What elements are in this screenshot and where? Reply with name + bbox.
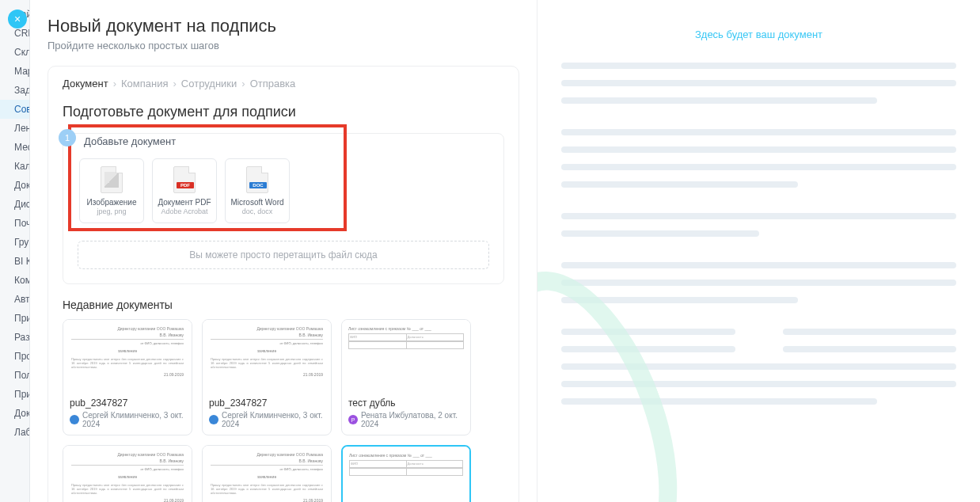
main-panel: Новый документ на подпись Пройдите неско…: [30, 0, 537, 502]
sidebar-item[interactable]: Календарь: [0, 157, 29, 176]
skeleton-line: [783, 346, 957, 352]
recent-doc-card[interactable]: Лист ознакомления с приказом № ___ от __…: [341, 319, 471, 435]
skeleton-line: [561, 213, 956, 219]
skeleton-line: [561, 80, 956, 86]
sidebar-item[interactable]: Компания: [0, 271, 29, 290]
image-file-icon: [101, 166, 123, 193]
breadcrumb-item[interactable]: Отправка: [250, 78, 296, 89]
skeleton-line: [561, 398, 877, 405]
skeleton-line: [561, 129, 956, 135]
sidebar-item[interactable]: Совместная работа: [0, 100, 29, 119]
section-title: Подготовьте документ для подписи: [63, 104, 504, 120]
breadcrumb-item[interactable]: Компания: [121, 78, 169, 89]
recent-title: Недавние документы: [63, 299, 504, 311]
upload-type-sub: doc, docx: [242, 207, 273, 215]
skeleton-line: [783, 329, 957, 335]
doc-thumbnail: Директору компании ООО РомашкаВ.В. Ивано…: [203, 446, 331, 502]
sidebar-item[interactable]: Пользователи: [0, 366, 29, 385]
doc-author: Сергей Климинченко, 3 окт. 2024: [209, 411, 325, 428]
skeleton-line: [561, 230, 759, 237]
skeleton-line: [561, 181, 798, 188]
sidebar-item[interactable]: Мессенджер: [0, 138, 29, 157]
doc-thumbnail: Лист ознакомления с приказом № ___ от __…: [342, 320, 470, 393]
drop-zone[interactable]: Вы можете просто перетащить файл сюда: [78, 241, 489, 269]
doc-file-icon: DOC: [246, 166, 268, 193]
sidebar: СайтыCRMСкладМаркетингЗадачиСовместная р…: [0, 0, 30, 502]
doc-thumbnail: Лист ознакомления с приказом № ___ от __…: [343, 447, 469, 502]
chevron-right-icon: ›: [173, 78, 177, 89]
upload-type-pdf[interactable]: PDFДокумент PDFAdobe Acrobat: [152, 158, 217, 223]
breadcrumb-item: Документ: [63, 78, 108, 89]
pdf-file-icon: PDF: [173, 166, 196, 193]
upload-type-sub: Adobe Acrobat: [161, 207, 207, 215]
upload-type-sub: jpeg, png: [97, 207, 126, 215]
recent-doc-card[interactable]: Директору компании ООО РомашкаВ.В. Ивано…: [202, 319, 332, 435]
skeleton-line: [561, 280, 956, 286]
doc-name: тест дубль: [348, 397, 464, 409]
sidebar-item[interactable]: Автоматизация: [0, 290, 29, 309]
doc-thumbnail: Директору компании ООО РомашкаВ.В. Ивано…: [63, 320, 192, 393]
sidebar-item[interactable]: Приложения: [0, 309, 29, 328]
avatar: Р: [348, 415, 358, 424]
upload-type-image[interactable]: Изображениеjpeg, png: [79, 158, 144, 223]
sidebar-item[interactable]: Документы: [0, 176, 29, 195]
skeleton-line: [561, 164, 956, 170]
chevron-right-icon: ›: [241, 78, 245, 89]
doc-name: pub_2347827: [209, 397, 325, 409]
sidebar-item[interactable]: Почта: [0, 214, 29, 233]
avatar: [70, 415, 79, 424]
skeleton-line: [561, 262, 956, 268]
upload-type-label: Изображение: [87, 198, 137, 207]
breadcrumb: Документ›Компания›Сотрудники›Отправка: [63, 78, 504, 89]
skeleton-line: [561, 346, 735, 352]
sidebar-item[interactable]: Приглашения: [0, 385, 29, 404]
step-panel: 1 Добавьте документ Изображениеjpeg, png…: [63, 133, 504, 284]
sidebar-item[interactable]: Склад: [0, 43, 29, 62]
page-subtitle: Пройдите несколько простых шагов: [47, 40, 519, 51]
sidebar-item[interactable]: Процессы: [0, 347, 29, 366]
upload-type-label: Документ PDF: [158, 198, 211, 207]
sidebar-item[interactable]: Разработка: [0, 328, 29, 347]
skeleton-line: [561, 146, 956, 153]
skeleton-line: [561, 63, 956, 69]
close-button[interactable]: ×: [8, 10, 27, 29]
sidebar-item[interactable]: Лента: [0, 119, 29, 138]
doc-name: pub_2347827: [70, 397, 185, 409]
recent-doc-card[interactable]: Лист ознакомления с приказом № ___ от __…: [341, 445, 471, 502]
avatar: [209, 415, 218, 424]
sidebar-item[interactable]: Группы: [0, 233, 29, 252]
breadcrumb-item[interactable]: Сотрудники: [181, 78, 237, 89]
sidebar-item[interactable]: Маркетинг: [0, 62, 29, 81]
doc-author: Сергей Климинченко, 3 окт. 2024: [70, 411, 185, 428]
recent-doc-card[interactable]: Директору компании ООО РомашкаВ.В. Ивано…: [202, 445, 332, 502]
step-number-badge: 1: [59, 129, 76, 146]
skeleton-line: [561, 297, 798, 303]
doc-thumbnail: Директору компании ООО РомашкаВ.В. Ивано…: [63, 446, 192, 502]
skeleton-line: [561, 363, 956, 370]
highlight-box: Добавьте документ Изображениеjpeg, pngPD…: [68, 124, 347, 231]
upload-type-label: Microsoft Word: [230, 198, 283, 207]
sidebar-item[interactable]: Диск: [0, 195, 29, 214]
skeleton-line: [561, 329, 735, 335]
sidebar-item[interactable]: Документы: [0, 404, 29, 423]
recent-doc-card[interactable]: Директору компании ООО РомашкаВ.В. Ивано…: [63, 445, 192, 502]
sidebar-item[interactable]: BI Конструктор: [0, 252, 29, 271]
sidebar-item[interactable]: Лаборатория: [0, 423, 29, 442]
step-label: Добавьте документ: [84, 135, 336, 147]
doc-author: РРената Ижбулатова, 2 окт. 2024: [348, 411, 464, 428]
preview-pane: Здесь будет ваш документ: [537, 0, 980, 502]
sidebar-item[interactable]: Задачи: [0, 81, 29, 100]
upload-type-doc[interactable]: DOCMicrosoft Worddoc, docx: [225, 158, 290, 223]
skeleton-line: [561, 381, 956, 387]
chevron-right-icon: ›: [113, 78, 116, 89]
recent-doc-card[interactable]: Директору компании ООО РомашкаВ.В. Ивано…: [63, 319, 192, 435]
doc-thumbnail: Директору компании ООО РомашкаВ.В. Ивано…: [203, 320, 331, 393]
skeleton-line: [561, 97, 877, 104]
preview-hint: Здесь будет ваш документ: [561, 29, 956, 40]
page-title: Новый документ на подпись: [47, 16, 519, 36]
